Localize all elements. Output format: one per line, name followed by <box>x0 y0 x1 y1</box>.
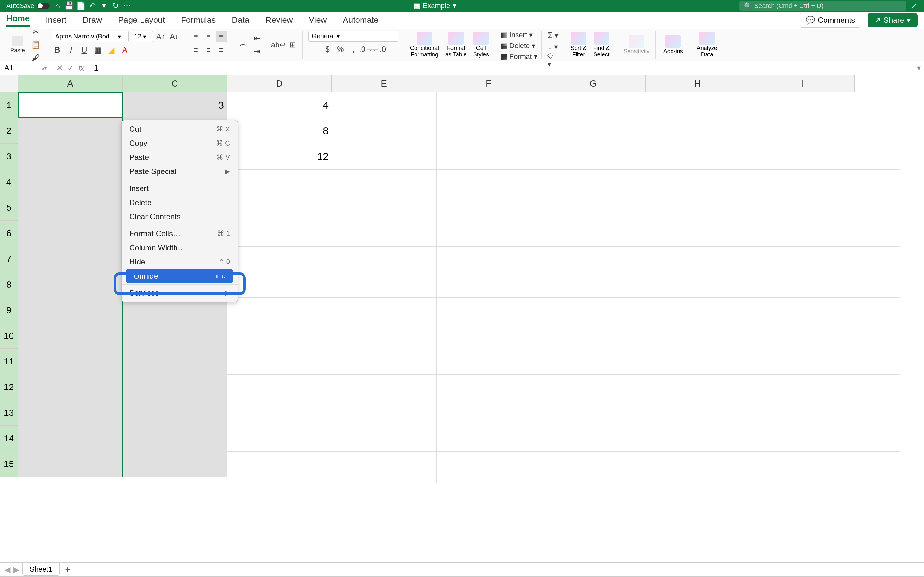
doc-title[interactable]: ▦ Example ▾ <box>135 2 735 10</box>
col-header-C[interactable]: C <box>123 75 227 92</box>
row-header-4[interactable]: 4 <box>0 169 18 195</box>
formula-input[interactable]: 1 <box>89 63 103 73</box>
row-header-5[interactable]: 5 <box>0 195 18 221</box>
cell-D1[interactable]: 4 <box>227 92 332 118</box>
fx-icon[interactable]: fx <box>78 63 84 73</box>
underline-button[interactable]: U <box>79 44 90 56</box>
sort-filter-button[interactable]: Sort & Filter <box>569 31 589 59</box>
ctx-services[interactable]: Services▶ <box>121 284 238 300</box>
ctx-format-cells[interactable]: Format Cells…⌘ 1 <box>121 225 238 241</box>
col-header-G[interactable]: G <box>541 75 646 92</box>
row-header-8[interactable]: 8 <box>0 272 18 298</box>
clear-icon[interactable]: ◇ ▾ <box>548 54 559 65</box>
cell-D3[interactable]: 12 <box>227 143 332 169</box>
cancel-formula-icon[interactable]: ✕ <box>57 63 63 73</box>
cells-insert-button[interactable]: ▦ Insert ▾ <box>501 31 533 39</box>
row-header-15[interactable]: 15 <box>0 451 18 477</box>
cells-format-button[interactable]: ▦ Format ▾ <box>501 53 537 61</box>
currency-icon[interactable]: $ <box>322 44 333 55</box>
align-middle-icon[interactable]: ≡ <box>203 31 214 42</box>
decrease-font-icon[interactable]: A↓ <box>168 31 180 42</box>
col-header-D[interactable]: D <box>227 75 332 92</box>
ctx-paste-special[interactable]: Paste Special▶ <box>121 164 238 179</box>
autosave-toggle[interactable] <box>37 3 50 9</box>
bold-button[interactable]: B <box>52 44 63 56</box>
col-header-H[interactable]: H <box>646 75 750 92</box>
undo-dropdown-icon[interactable]: ▾ <box>100 2 107 9</box>
ctx-delete[interactable]: Delete <box>121 195 238 210</box>
share-button[interactable]: ↗ Share ▾ <box>867 13 918 27</box>
undo-icon[interactable]: ↶ <box>89 2 96 9</box>
align-left-icon[interactable]: ≡ <box>190 44 202 56</box>
add-sheet-button[interactable]: + <box>63 565 73 574</box>
sensitivity-button[interactable]: Sensitivity <box>622 34 652 56</box>
wrap-text-icon[interactable]: ab↵ <box>273 39 284 51</box>
tab-automate[interactable]: Automate <box>342 15 378 25</box>
row-header-12[interactable]: 12 <box>0 374 18 400</box>
conditional-formatting-button[interactable]: Conditional Formatting <box>408 31 441 59</box>
align-bottom-icon[interactable]: ≡ <box>216 31 227 42</box>
fill-color-icon[interactable]: ◢ <box>105 44 117 56</box>
cell-C1[interactable]: 3 <box>123 92 227 118</box>
ctx-cut[interactable]: Cut⌘ X <box>121 122 238 136</box>
ctx-hide[interactable]: Hide⌃ 0 <box>121 255 238 269</box>
cell-D2[interactable]: 8 <box>227 118 332 143</box>
ctx-paste[interactable]: Paste⌘ V <box>121 150 238 164</box>
expand-formula-bar-icon[interactable]: ▾ <box>917 63 921 73</box>
cell-styles-button[interactable]: Cell Styles <box>471 31 491 59</box>
enter-formula-icon[interactable]: ✓ <box>67 63 74 73</box>
format-painter-icon[interactable]: 🖌 <box>30 52 42 63</box>
decrease-decimal-icon[interactable]: ←.0 <box>373 44 384 55</box>
row-header-7[interactable]: 7 <box>0 246 18 272</box>
font-size-select[interactable]: 12▾ <box>131 31 153 42</box>
ctx-clear-contents[interactable]: Clear Contents <box>121 210 238 224</box>
collapse-ribbon-icon[interactable]: ⤢ <box>911 2 918 9</box>
align-right-icon[interactable]: ≡ <box>216 44 227 56</box>
name-box[interactable]: A1▴▾ <box>0 64 51 72</box>
active-cell-A1[interactable] <box>18 92 123 118</box>
tab-data[interactable]: Data <box>232 15 249 25</box>
tab-formulas[interactable]: Formulas <box>181 15 216 25</box>
tab-draw[interactable]: Draw <box>82 15 102 25</box>
row-header-3[interactable]: 3 <box>0 143 18 169</box>
ctx-unhide[interactable]: Unhide⌃ ⇧ 0 <box>126 269 233 283</box>
italic-button[interactable]: I <box>65 44 77 56</box>
cut-icon[interactable]: ✂ <box>30 26 42 38</box>
font-color-icon[interactable]: A <box>119 44 131 56</box>
orientation-icon[interactable]: ⤺ <box>237 39 249 51</box>
autosum-icon[interactable]: Σ ▾ <box>548 31 559 40</box>
borders-icon[interactable]: ▦ <box>92 44 103 56</box>
tab-home[interactable]: Home <box>6 13 29 27</box>
row-header-13[interactable]: 13 <box>0 400 18 426</box>
ctx-column-width[interactable]: Column Width… <box>121 241 238 255</box>
percent-icon[interactable]: % <box>334 44 346 55</box>
save-as-icon[interactable]: 📄 <box>78 2 84 9</box>
comma-icon[interactable]: , <box>347 44 359 55</box>
ctx-insert[interactable]: Insert <box>121 180 238 195</box>
cells-delete-button[interactable]: ▦ Delete ▾ <box>501 42 535 50</box>
comments-button[interactable]: 💬 Comments <box>800 13 861 27</box>
sheet-nav-prev-icon[interactable]: ◀ <box>5 565 10 574</box>
home-icon[interactable]: ⌂ <box>54 2 61 9</box>
redo-icon[interactable]: ↻ <box>112 2 119 9</box>
col-header-F[interactable]: F <box>436 75 541 92</box>
col-header-E[interactable]: E <box>332 75 436 92</box>
sheet-nav-next-icon[interactable]: ▶ <box>13 565 19 574</box>
ctx-copy[interactable]: Copy⌘ C <box>121 136 238 150</box>
row-header-2[interactable]: 2 <box>0 118 18 143</box>
more-icon[interactable]: ⋯ <box>124 2 131 9</box>
autosave[interactable]: AutoSave <box>6 2 50 10</box>
col-header-I[interactable]: I <box>750 75 855 92</box>
increase-font-icon[interactable]: A↑ <box>155 31 166 42</box>
copy-icon[interactable]: 📋 <box>30 39 42 51</box>
row-header-14[interactable]: 14 <box>0 426 18 451</box>
tab-view[interactable]: View <box>309 15 327 25</box>
row-header-6[interactable]: 6 <box>0 221 18 246</box>
font-name-select[interactable]: Aptos Narrow (Bod…▾ <box>52 31 129 42</box>
format-as-table-button[interactable]: Format as Table <box>443 31 469 59</box>
align-center-icon[interactable]: ≡ <box>203 44 214 56</box>
analyze-data-button[interactable]: Analyze Data <box>695 31 719 59</box>
tab-review[interactable]: Review <box>265 15 292 25</box>
fill-icon[interactable]: ↓ ▾ <box>548 42 559 51</box>
merge-icon[interactable]: ⊞ <box>287 39 298 51</box>
